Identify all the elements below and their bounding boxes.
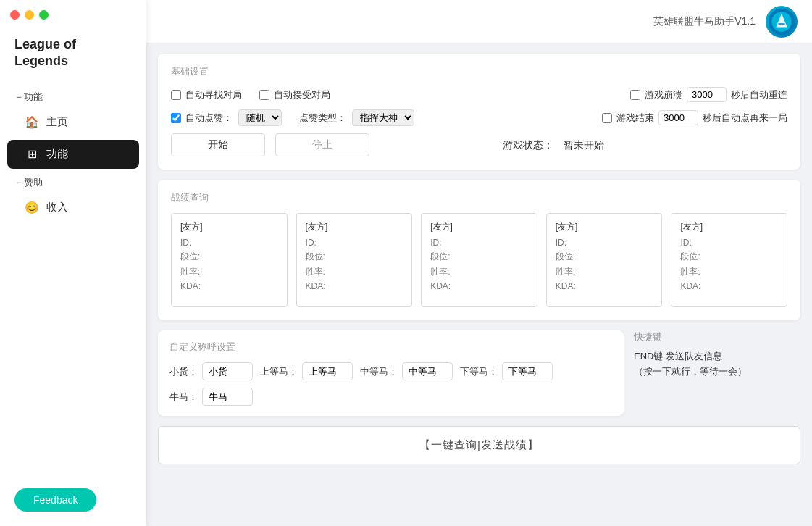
start-button[interactable]: 开始 [171,133,265,156]
sidebar-item-function[interactable]: ⊞ 功能 [7,140,139,169]
label-name-xia_ma: 下等马： [460,365,498,378]
close-button[interactable] [10,10,20,20]
shortcut-line1: END键 发送队友信息 [634,351,722,362]
label-input-xiao_gou[interactable] [202,362,253,380]
label-input-zhong_ma[interactable] [402,362,453,380]
battle-query-title: 战绩查询 [171,191,787,204]
player-card-2: [友方] ID: 段位: 胜率: KDA: [421,213,537,307]
game-crash-label1: 游戏崩溃 [645,88,682,101]
section-reward-label: －赞助 [0,170,146,192]
label-group-shang_ma: 上等马： [260,362,353,380]
battle-query-section: 战绩查询 [友方] ID: 段位: 胜率: KDA: [友方] ID: 段位: … [158,180,800,320]
label-name-zhong_ma: 中等马： [360,365,398,378]
lol-logo-icon [768,8,795,36]
team-label-1: [友方] [306,221,403,233]
label-input-niu_ma[interactable] [202,388,253,406]
sidebar-logo-area: League of Legends [0,29,146,85]
auto-accept-match-label: 自动接受对局 [274,88,330,101]
sidebar-item-income[interactable]: 😊 收入 [7,193,139,222]
winrate-row-4: 胜率: [680,266,778,278]
player-card-4: [友方] ID: 段位: 胜率: KDA: [671,213,787,307]
game-crash-value[interactable] [687,87,727,102]
game-end-input[interactable] [602,113,612,123]
id-row-4: ID: [680,238,778,248]
header-logo [766,6,798,38]
sidebar-item-home-label: 主页 [46,115,68,129]
game-status-value: 暂未开始 [564,139,604,151]
sidebar: League of Legends －功能 🏠 主页 ⊞ 功能 －赞助 😊 收入… [0,0,146,526]
id-row-0: ID: [180,238,278,248]
auto-find-match-checkbox[interactable]: 自动寻找对局 [171,88,242,101]
auto-find-match-label: 自动寻找对局 [185,88,242,101]
like-type-row: 点赞类型： 指挥大神 心态最佳 最强输出 辅助大师 [299,109,414,126]
minimize-button[interactable] [25,10,34,20]
label-name-shang_ma: 上等马： [260,365,298,378]
player-card-1: [友方] ID: 段位: 胜率: KDA: [296,213,413,307]
label-row: 小货： 上等马： 中等马： 下等马： 牛马： [169,362,612,406]
shortcut-line2: （按一下就行，等待一会） [634,366,747,377]
game-end-label1: 游戏结束 [616,112,654,125]
rank-row-4: 段位: [680,251,778,263]
team-label-0: [友方] [180,221,278,233]
winrate-row-0: 胜率: [180,266,278,278]
app-title: League of Legends [14,36,132,70]
game-crash-input[interactable] [630,90,640,100]
shortcut-info: END键 发送队友信息 （按一下就行，等待一会） [634,349,800,380]
id-row-3: ID: [556,238,653,248]
auto-like-label: 自动点赞： [185,112,233,125]
winrate-row-1: 胜率: [306,266,403,278]
winrate-row-3: 胜率: [556,266,653,278]
auto-accept-match-checkbox[interactable]: 自动接受对局 [259,88,330,101]
kda-row-1: KDA: [306,281,403,291]
auto-like-checkbox[interactable]: 自动点赞： [171,112,233,125]
maximize-button[interactable] [39,10,49,20]
id-row-1: ID: [306,238,403,248]
action-row: 开始 停止 游戏状态： 暂未开始 [171,133,787,156]
game-end-checkbox[interactable]: 游戏结束 [602,112,654,125]
game-crash-label2: 秒后自动重连 [731,88,787,101]
settings-row2: 自动点赞： 随机 全部 不点 点赞类型： 指挥大神 心态最佳 最强输出 辅助大师 [171,109,787,126]
label-group-xia_ma: 下等马： [460,362,553,380]
bottom-sections: 自定义称呼设置 小货： 上等马： 中等马： 下等马： 牛马： 快捷键 END键 … [158,330,800,416]
like-type-select[interactable]: 指挥大神 心态最佳 最强输出 辅助大师 [352,109,414,126]
sidebar-item-income-label: 收入 [46,201,68,214]
section-function-label: －功能 [0,85,146,107]
rank-row-3: 段位: [556,251,653,263]
label-input-shang_ma[interactable] [302,362,353,380]
kda-row-0: KDA: [180,281,278,291]
sidebar-item-function-label: 功能 [46,147,68,161]
team-label-3: [友方] [556,221,653,233]
auto-like-select[interactable]: 随机 全部 不点 [238,109,282,126]
query-section: 【一键查询|发送战绩】 [158,426,800,464]
auto-like-row: 自动点赞： 随机 全部 不点 [171,109,282,126]
label-input-xia_ma[interactable] [502,362,553,380]
sidebar-item-home[interactable]: 🏠 主页 [7,108,139,137]
function-icon: ⊞ [25,147,39,162]
label-group-xiao_gou: 小货： [169,362,253,380]
feedback-button[interactable]: Feedback [14,488,96,512]
like-type-label: 点赞类型： [299,112,346,125]
settings-row1: 自动寻找对局 自动接受对局 游戏崩溃 秒后自动重连 [171,87,787,102]
game-crash-checkbox[interactable]: 游戏崩溃 [630,88,682,101]
team-label-4: [友方] [680,221,778,233]
stop-button[interactable]: 停止 [275,133,369,156]
auto-find-match-input[interactable] [171,90,181,100]
header-title: 英雄联盟牛马助手V1.1 [653,15,756,28]
shortcut-title: 快捷键 [634,330,800,343]
home-icon: 🏠 [25,115,39,130]
player-card-3: [友方] ID: 段位: 胜率: KDA: [546,213,663,307]
player-card-0: [友方] ID: 段位: 胜率: KDA: [171,213,288,307]
income-icon: 😊 [25,201,39,215]
label-name-niu_ma: 牛马： [169,391,198,404]
main-header: 英雄联盟牛马助手V1.1 [146,0,812,43]
basic-settings-section: 基础设置 自动寻找对局 自动接受对局 游戏崩溃 秒后自动重连 [158,54,800,170]
auto-like-input[interactable] [171,113,181,123]
game-end-value[interactable] [658,110,698,125]
query-button[interactable]: 【一键查询|发送战绩】 [158,426,800,464]
titlebar [0,0,146,29]
label-name-xiao_gou: 小货： [169,365,198,378]
auto-accept-match-input[interactable] [259,90,269,100]
custom-labels-section: 自定义称呼设置 小货： 上等马： 中等马： 下等马： 牛马： [158,330,624,416]
rank-row-1: 段位: [306,251,403,263]
label-group-niu_ma: 牛马： [169,388,253,406]
